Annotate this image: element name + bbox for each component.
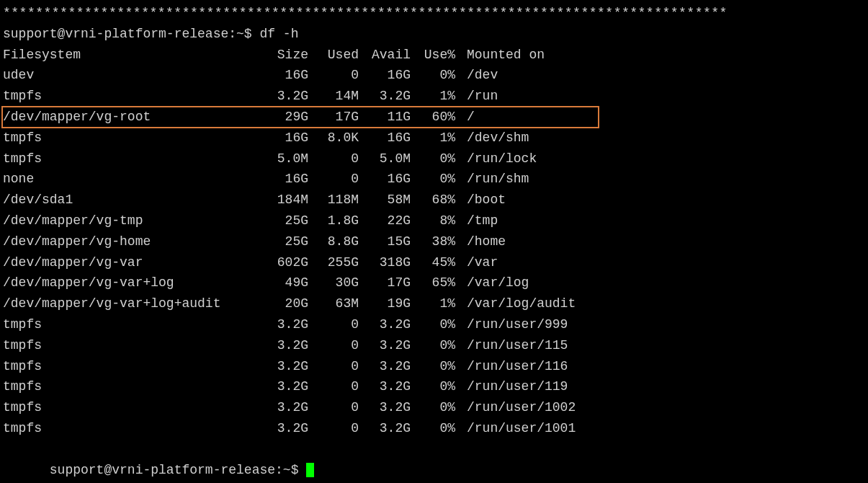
cell-avail: 16G [363, 169, 415, 190]
cell-size: 5.0M [262, 149, 313, 169]
cell-use: 8% [415, 211, 460, 231]
cell-mount: /run/user/119 [460, 376, 580, 397]
cell-used: 0 [313, 65, 363, 86]
cell-mount: /run/user/999 [460, 314, 580, 335]
command-line: support@vrni-platform-release:~$ df -h [3, 24, 865, 45]
cell-filesystem: udev [3, 65, 262, 86]
cell-mount: /run/user/116 [460, 356, 580, 377]
cell-use: 65% [415, 272, 460, 293]
cell-use: 38% [415, 231, 460, 252]
cell-mount: /run/user/1001 [460, 418, 580, 439]
cell-filesystem: tmpfs [3, 356, 262, 377]
df-table: Filesystem Size Used Avail Use% Mounted … [3, 45, 580, 439]
cell-use: 1% [415, 86, 460, 107]
cell-use: 1% [415, 293, 460, 314]
cell-used: 17G [313, 107, 363, 128]
cell-mount: /run/lock [460, 149, 580, 169]
cell-avail: 3.2G [363, 86, 415, 107]
cell-used: 8.8G [313, 231, 363, 252]
table-row: tmpfs5.0M05.0M0%/run/lock [3, 149, 580, 169]
cell-filesystem: tmpfs [3, 376, 262, 397]
cell-use: 0% [415, 149, 460, 169]
cell-size: 3.2G [262, 314, 313, 335]
cell-use: 0% [415, 169, 460, 190]
header-filesystem: Filesystem [3, 45, 262, 66]
cell-mount: /var/log/audit [460, 293, 580, 314]
cell-filesystem: tmpfs [3, 149, 262, 169]
cell-filesystem: /dev/mapper/vg-var+log+audit [3, 293, 262, 314]
cell-filesystem: /dev/mapper/vg-home [3, 231, 262, 252]
cell-avail: 3.2G [363, 418, 415, 439]
cell-size: 184M [262, 190, 313, 211]
table-row: tmpfs3.2G03.2G0%/run/user/1001 [3, 418, 580, 439]
table-row: /dev/mapper/vg-root29G17G11G60%/ [3, 107, 580, 128]
cell-avail: 3.2G [363, 376, 415, 397]
cell-mount: /tmp [460, 211, 580, 231]
header-used: Used [313, 45, 363, 66]
table-row: /dev/mapper/vg-var602G255G318G45%/var [3, 252, 580, 273]
table-row: tmpfs3.2G03.2G0%/run/user/119 [3, 376, 580, 397]
cell-avail: 3.2G [363, 314, 415, 335]
table-row: /dev/mapper/vg-tmp25G1.8G22G8%/tmp [3, 211, 580, 231]
cell-use: 0% [415, 356, 460, 377]
separator-line: ****************************************… [3, 3, 865, 24]
table-row: /dev/sda1184M118M58M68%/boot [3, 190, 580, 211]
cell-avail: 58M [363, 190, 415, 211]
table-row: udev16G016G0%/dev [3, 65, 580, 86]
cell-used: 1.8G [313, 211, 363, 231]
table-row: /dev/mapper/vg-home25G8.8G15G38%/home [3, 231, 580, 252]
cell-size: 29G [262, 107, 313, 128]
cell-mount: / [460, 107, 580, 128]
header-mount: Mounted on [460, 45, 580, 66]
cell-used: 0 [313, 314, 363, 335]
cell-filesystem: tmpfs [3, 397, 262, 418]
cell-avail: 22G [363, 211, 415, 231]
cell-mount: /var [460, 252, 580, 273]
cell-size: 3.2G [262, 397, 313, 418]
cell-avail: 16G [363, 128, 415, 149]
cursor[interactable] [306, 463, 314, 477]
table-row: tmpfs16G8.0K16G1%/dev/shm [3, 128, 580, 149]
cell-use: 0% [415, 418, 460, 439]
cell-size: 16G [262, 65, 313, 86]
table-row: tmpfs3.2G14M3.2G1%/run [3, 86, 580, 107]
cell-used: 0 [313, 376, 363, 397]
prompt-line[interactable]: support@vrni-platform-release:~$ [3, 439, 865, 483]
cell-avail: 3.2G [363, 397, 415, 418]
cell-size: 16G [262, 169, 313, 190]
cell-filesystem: /dev/mapper/vg-var+log [3, 272, 262, 293]
cell-filesystem: /dev/sda1 [3, 190, 262, 211]
cell-use: 68% [415, 190, 460, 211]
table-row: tmpfs3.2G03.2G0%/run/user/1002 [3, 397, 580, 418]
cell-use: 0% [415, 65, 460, 86]
cell-size: 16G [262, 128, 313, 149]
cell-filesystem: tmpfs [3, 86, 262, 107]
cell-filesystem: tmpfs [3, 314, 262, 335]
terminal-output: ****************************************… [0, 0, 868, 483]
cell-avail: 19G [363, 293, 415, 314]
prompt-text: support@vrni-platform-release:~$ [50, 463, 306, 477]
header-avail: Avail [363, 45, 415, 66]
cell-filesystem: /dev/mapper/vg-root [3, 107, 262, 128]
cell-size: 25G [262, 211, 313, 231]
cell-use: 45% [415, 252, 460, 273]
cell-used: 0 [313, 149, 363, 169]
cell-used: 0 [313, 356, 363, 377]
cell-use: 1% [415, 128, 460, 149]
cell-mount: /boot [460, 190, 580, 211]
cell-mount: /dev [460, 65, 580, 86]
table-row: /dev/mapper/vg-var+log+audit20G63M19G1%/… [3, 293, 580, 314]
cell-avail: 11G [363, 107, 415, 128]
cell-avail: 15G [363, 231, 415, 252]
cell-used: 255G [313, 252, 363, 273]
cell-size: 3.2G [262, 356, 313, 377]
cell-avail: 318G [363, 252, 415, 273]
cell-used: 30G [313, 272, 363, 293]
cell-mount: /home [460, 231, 580, 252]
table-row: tmpfs3.2G03.2G0%/run/user/115 [3, 335, 580, 356]
cell-used: 118M [313, 190, 363, 211]
cell-filesystem: tmpfs [3, 128, 262, 149]
cell-avail: 3.2G [363, 335, 415, 356]
cell-avail: 16G [363, 65, 415, 86]
cell-use: 0% [415, 376, 460, 397]
